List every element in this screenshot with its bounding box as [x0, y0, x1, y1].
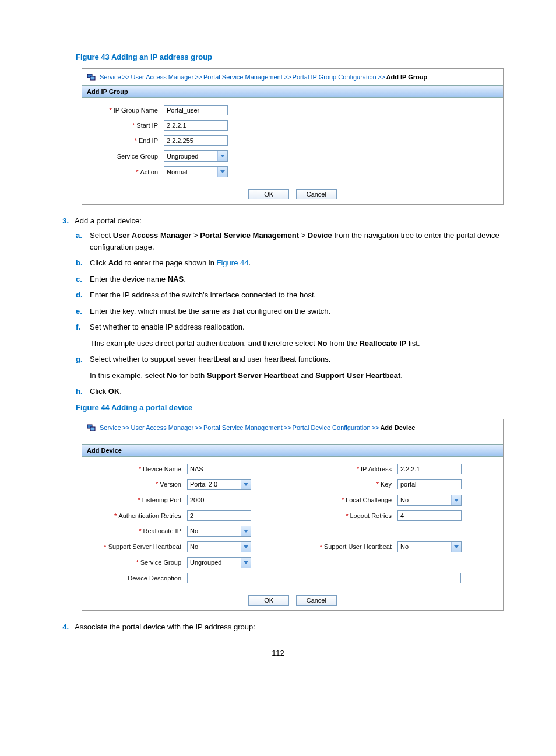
cancel-button[interactable]: Cancel: [296, 189, 337, 200]
suh-select[interactable]: No: [397, 541, 462, 552]
step-text: Add a portal device:: [75, 216, 504, 225]
step-number: 4.: [58, 622, 75, 631]
service-icon: [87, 423, 96, 432]
device-name-label: *Device Name: [82, 466, 187, 473]
end-ip-input[interactable]: [164, 135, 228, 146]
bc-psm[interactable]: Portal Service Management: [203, 74, 283, 80]
svg-marker-7: [454, 499, 459, 502]
panel-header: Add IP Group: [82, 85, 503, 98]
button-row: OK Cancel: [82, 590, 503, 610]
sub-a: a. Select User Access Manager > Portal S…: [76, 230, 504, 253]
bc-current: Add IP Group: [386, 74, 428, 80]
version-select[interactable]: Portal 2.0: [187, 479, 251, 490]
cancel-button[interactable]: Cancel: [296, 595, 337, 606]
page-number: 112: [52, 649, 504, 657]
local-challenge-label: *Local Challenge: [293, 496, 397, 503]
step-4: 4. Associate the portal device with the …: [58, 622, 504, 631]
form-body: *Device Name *IP Address *Version Portal…: [82, 457, 503, 590]
sub-g-extra: In this example, select No for both Supp…: [90, 370, 504, 382]
start-ip-label: *Start IP: [82, 122, 164, 129]
suh-label: *Support User Heartbeat: [293, 543, 397, 550]
version-label: *Version: [82, 481, 187, 488]
device-desc-label: Device Description: [82, 575, 187, 582]
figure-43-screenshot: Service >> User Access Manager >> Portal…: [82, 68, 504, 205]
service-group-label: Service Group: [82, 153, 164, 160]
start-ip-input[interactable]: [164, 120, 228, 131]
auth-retries-label: *Authentication Retries: [82, 512, 187, 519]
bc-pigc[interactable]: Portal IP Group Configuration: [293, 74, 376, 80]
svg-rect-5: [90, 427, 95, 430]
service-group-label: *Service Group: [82, 559, 187, 566]
panel-header: Add Device: [82, 444, 503, 457]
ok-button[interactable]: OK: [248, 595, 289, 606]
bc-service[interactable]: Service: [100, 74, 121, 80]
action-label: *Action: [82, 169, 164, 176]
bc-uam[interactable]: User Access Manager: [131, 424, 194, 431]
key-input[interactable]: [397, 479, 462, 489]
chevron-down-icon: [451, 542, 461, 552]
action-select[interactable]: Normal: [164, 166, 228, 177]
sub-f: f. Set whether to enable IP address real…: [76, 321, 504, 333]
end-ip-label: *End IP: [82, 137, 164, 144]
svg-marker-10: [454, 545, 459, 548]
sub-h: h. Click OK.: [76, 386, 504, 397]
logout-retries-input[interactable]: [397, 510, 462, 521]
logout-retries-label: *Logout Retries: [293, 512, 397, 519]
ok-button[interactable]: OK: [248, 189, 289, 200]
svg-rect-1: [90, 76, 95, 80]
sub-d: d. Enter the IP address of the switch's …: [76, 289, 504, 301]
step-text: Associate the portal device with the IP …: [75, 622, 504, 631]
breadcrumb: Service >> User Access Manager >> Portal…: [82, 69, 503, 85]
step-3-sublist: a. Select User Access Manager > Portal S…: [76, 230, 504, 397]
svg-marker-11: [244, 561, 248, 564]
bc-psm[interactable]: Portal Service Management: [203, 424, 283, 431]
ip-group-name-input[interactable]: [164, 105, 228, 116]
device-desc-input[interactable]: [187, 573, 461, 583]
service-group-select[interactable]: Ungrouped: [187, 557, 251, 568]
figure-44-title: Figure 44 Adding a portal device: [76, 403, 504, 412]
bc-current: Add Device: [380, 424, 415, 431]
figure-44-screenshot: Service >> User Access Manager >> Portal…: [82, 419, 504, 611]
svg-marker-8: [244, 530, 248, 533]
ip-address-input[interactable]: [397, 464, 462, 474]
svg-marker-9: [244, 545, 248, 548]
device-name-input[interactable]: [187, 464, 251, 474]
chevron-down-icon: [217, 167, 227, 177]
breadcrumb: Service >> User Access Manager >> Portal…: [82, 419, 503, 436]
key-label: *Key: [293, 481, 397, 488]
button-row: OK Cancel: [82, 184, 503, 204]
chevron-down-icon: [217, 151, 227, 161]
ssh-label: *Support Server Heartbeat: [82, 543, 187, 550]
reallocate-ip-select[interactable]: No: [187, 526, 251, 537]
chevron-down-icon: [241, 542, 251, 552]
chevron-down-icon: [241, 480, 251, 489]
service-icon: [87, 72, 96, 82]
sub-f-extra: This example uses direct portal authenti…: [90, 338, 504, 349]
sub-b: b. Click Add to enter the page shown in …: [76, 257, 504, 269]
svg-marker-3: [220, 170, 225, 173]
svg-marker-6: [244, 483, 248, 486]
service-group-select[interactable]: Ungrouped: [164, 150, 228, 162]
sub-g: g. Select whether to support sever heart…: [76, 354, 504, 365]
form-body: *IP Group Name *Start IP *End IP Service…: [82, 98, 503, 184]
bc-pdc[interactable]: Portal Device Configuration: [293, 424, 371, 431]
step-number: 3.: [58, 216, 75, 225]
ip-group-name-label: *IP Group Name: [82, 107, 164, 114]
ssh-select[interactable]: No: [187, 541, 251, 552]
step-3: 3. Add a portal device:: [58, 216, 504, 225]
sub-e: e. Enter the key, which must be the same…: [76, 306, 504, 317]
reallocate-ip-label: *Reallocate IP: [82, 527, 187, 534]
local-challenge-select[interactable]: No: [397, 495, 462, 506]
listening-port-input[interactable]: [187, 495, 251, 505]
sub-c: c. Enter the device name NAS.: [76, 274, 504, 285]
chevron-down-icon: [241, 558, 251, 568]
auth-retries-input[interactable]: [187, 510, 251, 521]
listening-port-label: *Listening Port: [82, 496, 187, 503]
svg-marker-2: [220, 155, 225, 158]
figure-44-link[interactable]: Figure 44: [217, 258, 249, 267]
chevron-down-icon: [241, 526, 251, 536]
chevron-down-icon: [451, 495, 461, 505]
bc-uam[interactable]: User Access Manager: [131, 74, 194, 80]
figure-43-title: Figure 43 Adding an IP address group: [76, 52, 504, 61]
bc-service[interactable]: Service: [100, 424, 121, 431]
